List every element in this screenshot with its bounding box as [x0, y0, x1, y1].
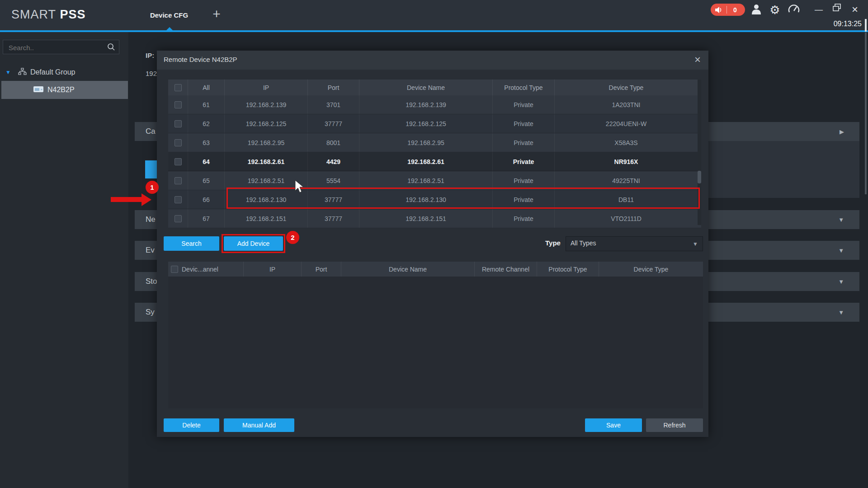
type-filter-label: Type [545, 239, 561, 247]
cell-port: 5554 [308, 171, 359, 190]
bg-blue-button-stub [145, 160, 157, 178]
top-bar: SMART PSS Device CFG + 0 ⚙ — [0, 0, 868, 30]
clock: 09:13:25 [834, 20, 862, 28]
settings-gear-icon[interactable]: ⚙ [769, 4, 781, 16]
save-button[interactable]: Save [585, 418, 642, 432]
performance-gauge-icon[interactable] [788, 4, 800, 16]
column-header-port: Port [308, 80, 359, 95]
cell-port: 3701 [308, 95, 359, 114]
cell-number: 63 [188, 133, 225, 152]
sidebar-search-box[interactable] [3, 40, 119, 54]
cell-number: 65 [188, 171, 225, 190]
close-window-button[interactable]: × [849, 4, 861, 15]
annotation-add-device-box [222, 234, 285, 253]
annotation-step-2-badge: 2 [286, 231, 299, 244]
cell-number: 67 [188, 209, 225, 228]
dialog-title: Remote Device N42B2P [164, 56, 237, 63]
chevron-down-icon: ▼ [838, 278, 844, 285]
user-icon[interactable] [750, 4, 762, 16]
cell-protocol-type: Private [493, 209, 555, 228]
manual-add-button[interactable]: Manual Add [224, 418, 294, 432]
refresh-button[interactable]: Refresh [646, 418, 703, 432]
bg-section-label: Ne [146, 215, 156, 224]
alarm-count: 0 [733, 6, 737, 14]
cell-protocol-type: Private [493, 133, 555, 152]
cell-device-type: 1A203TNI [555, 95, 698, 114]
column-header-device-type: Device Type [555, 80, 698, 95]
column-header-device-type: Device Type [599, 262, 703, 277]
alarm-badge[interactable]: 0 [711, 4, 745, 16]
cell-number: 61 [188, 95, 225, 114]
device-table-row[interactable]: 67 192.168.2.151 37777 192.168.2.151 Pri… [168, 209, 701, 228]
search-button[interactable]: Search [164, 236, 219, 251]
device-table-row[interactable]: 63 192.168.2.95 8001 192.168.2.95 Privat… [168, 133, 701, 152]
chevron-down-icon: ▼ [838, 247, 844, 254]
cell-ip: 192.168.2.151 [225, 209, 308, 228]
sidebar-item-default-group[interactable]: ▼ Default Group [0, 66, 128, 79]
device-table-row[interactable]: 61 192.168.2.139 3701 192.168.2.139 Priv… [168, 95, 701, 114]
dialog-close-icon[interactable]: × [691, 52, 704, 67]
device-table-row[interactable]: 62 192.168.2.125 37777 192.168.2.125 Pri… [168, 114, 701, 133]
bg-camera-panel [708, 141, 859, 198]
pill-divider [726, 6, 727, 14]
row-checkbox[interactable] [175, 177, 182, 184]
expand-collapse-icon[interactable]: ▼ [5, 69, 11, 75]
type-filter-value: All Types [571, 239, 596, 247]
row-checkbox[interactable] [175, 196, 182, 203]
cell-ip: 192.168.2.61 [225, 152, 308, 171]
column-header-port: Port [302, 262, 341, 277]
dialog-titlebar[interactable]: Remote Device N42B2P × [157, 51, 708, 70]
cell-device-type: VTO2111D [555, 209, 698, 228]
window-scrollbar[interactable] [865, 33, 867, 194]
group-tree-icon [18, 68, 27, 77]
cell-number: 64 [188, 152, 225, 171]
bg-section-label: Ca [146, 127, 156, 136]
added-devices-empty-body [168, 277, 703, 408]
select-all-checkbox[interactable] [175, 84, 182, 91]
bg-section-label: Ev [146, 246, 155, 255]
cell-number: 66 [188, 190, 225, 209]
row-checkbox[interactable] [175, 158, 182, 165]
search-input[interactable] [8, 42, 100, 53]
column-header-protocol-type: Protocol Type [537, 262, 599, 277]
cell-device-name: 192.168.2.51 [359, 171, 493, 190]
added-devices-header-row: Devic...annel IP Port Device Name Remote… [168, 262, 703, 277]
cell-port: 8001 [308, 133, 359, 152]
brand-smart: SMART [11, 8, 56, 21]
type-filter-dropdown[interactable]: All Types ▼ [566, 236, 703, 251]
delete-button[interactable]: Delete [164, 418, 219, 432]
chevron-down-icon: ▼ [838, 216, 844, 223]
device-table-row[interactable]: 64 192.168.2.61 4429 192.168.2.61 Privat… [168, 152, 701, 171]
column-header-device-name: Device Name [341, 262, 475, 277]
cell-device-name: 192.168.2.95 [359, 133, 493, 152]
cell-device-type: NR916X [555, 152, 698, 171]
cell-device-type: X58A3S [555, 133, 698, 152]
tab-device-cfg[interactable]: Device CFG [146, 9, 193, 22]
row-checkbox[interactable] [175, 139, 182, 146]
table-scrollbar-thumb[interactable] [698, 171, 701, 183]
cell-number: 62 [188, 114, 225, 133]
cell-device-name: 192.168.2.151 [359, 209, 493, 228]
search-icon[interactable] [107, 43, 115, 53]
cell-device-type: 22204UENI-W [555, 114, 698, 133]
window-scrollbar-top[interactable] [865, 19, 867, 32]
row-checkbox[interactable] [175, 101, 182, 108]
column-header-protocol-type: Protocol Type [493, 80, 555, 95]
cell-port: 37777 [308, 114, 359, 133]
cell-ip: 192.168.2.95 [225, 133, 308, 152]
device-label: N42B2P [47, 86, 75, 94]
new-tab-button[interactable]: + [209, 6, 224, 22]
annotation-arrow [111, 197, 142, 202]
added-select-all-checkbox[interactable] [171, 266, 178, 273]
cell-device-type: 49225TNI [555, 171, 698, 190]
row-checkbox[interactable] [175, 120, 182, 127]
cell-device-name: 192.168.2.139 [359, 95, 493, 114]
sidebar-item-n42b2p[interactable]: N42B2P [1, 81, 128, 99]
device-icon [33, 85, 44, 95]
minimize-button[interactable]: — [813, 4, 825, 15]
row-checkbox[interactable] [175, 215, 182, 222]
restore-button[interactable] [831, 4, 843, 14]
cell-port: 37777 [308, 209, 359, 228]
column-header-all: All [188, 80, 225, 95]
cell-ip: 192.168.2.125 [225, 114, 308, 133]
